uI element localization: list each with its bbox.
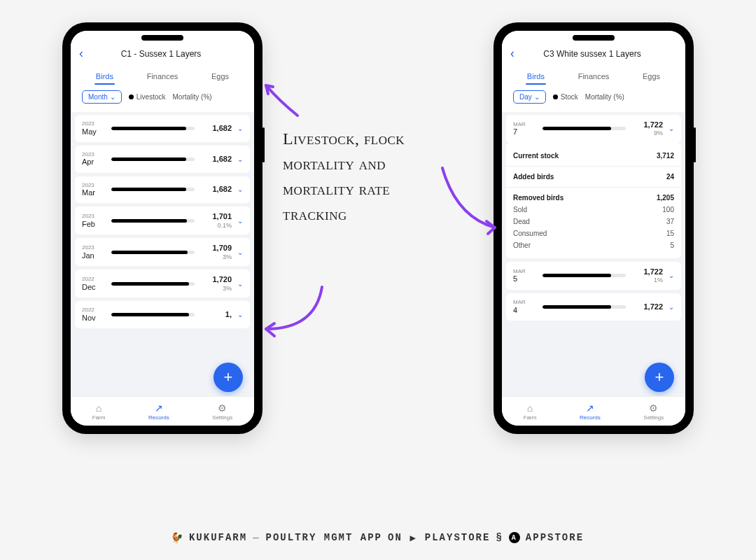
nav-farm[interactable]: ⌂Farm [524, 402, 537, 421]
arrow-icon [435, 161, 505, 241]
playstore-label[interactable]: PLAYSTORE [425, 532, 491, 543]
chevron-down-icon: ⌄ [237, 280, 243, 288]
table-row[interactable]: 2023Jan1,7093%⌄ [75, 238, 250, 266]
detail-sub-row: Consumed15 [513, 227, 674, 239]
chevron-down-icon: ⌄ [237, 311, 243, 318]
table-row[interactable]: 2023Feb1,7010.1%⌄ [75, 206, 250, 234]
screen-right: ‹ C3 White sussex 1 Layers Birds Finance… [502, 31, 685, 426]
bar [542, 127, 626, 130]
period-dropdown[interactable]: Day ⌄ [513, 90, 546, 104]
nav-settings[interactable]: ⚙Settings [643, 402, 664, 421]
home-icon: ⌂ [527, 402, 533, 414]
page-title: C3 White sussex 1 Layers [520, 49, 677, 59]
appstore-icon: A [509, 532, 520, 543]
chevron-down-icon: ⌄ [534, 93, 540, 101]
bottom-nav: ⌂Farm ↗Records ⚙Settings [71, 396, 254, 426]
chevron-down-icon: ⌄ [668, 303, 674, 311]
period-label: Month [88, 93, 108, 101]
legend-mortality: Mortality (%) [172, 93, 211, 101]
chevron-down-icon: ⌄ [237, 186, 243, 193]
chevron-down-icon: ⌄ [237, 248, 243, 256]
tab-finances[interactable]: Finances [577, 69, 611, 85]
tabs: Birds Finances Eggs [510, 66, 677, 85]
tab-finances[interactable]: Finances [146, 69, 180, 85]
nav-settings[interactable]: ⚙Settings [212, 402, 232, 421]
chevron-down-icon: ⌄ [668, 125, 674, 132]
table-row[interactable]: 2023Mar1,682⌄ [75, 176, 250, 204]
chevron-down-icon: ⌄ [110, 93, 115, 101]
rows-list: 2023May1,682⌄2023Apr1,682⌄2023Mar1,682⌄2… [71, 112, 254, 331]
header: ‹ C3 White sussex 1 Layers Birds Finance… [502, 31, 685, 112]
nav-records[interactable]: ↗Records [148, 402, 169, 421]
chevron-down-icon: ⌄ [237, 125, 243, 132]
period-label: Day [519, 93, 532, 101]
footer: 🐓 KUKUFARM — POULTRY MGMT APP ON ▶ PLAYS… [0, 532, 756, 543]
legend-stock: Stock [553, 93, 578, 101]
tab-eggs[interactable]: Eggs [210, 69, 230, 85]
home-icon: ⌂ [96, 402, 102, 414]
table-row[interactable]: 2023Apr1,682⌄ [75, 146, 250, 173]
dot-icon [129, 94, 134, 99]
legend-livestock: Livestock [129, 93, 166, 101]
period-dropdown[interactable]: Month ⌄ [82, 90, 122, 104]
arrow-icon [259, 280, 336, 353]
table-row[interactable]: MAR7 1,7229% ⌄ [506, 115, 681, 143]
tab-birds[interactable]: Birds [526, 69, 546, 85]
chart-icon: ↗ [155, 402, 163, 414]
detail-sub-row: Sold100 [513, 204, 674, 216]
header: ‹ C1 - Sussex 1 Layers Birds Finances Eg… [71, 31, 254, 112]
add-button[interactable]: + [645, 363, 674, 392]
tabs: Birds Finances Eggs [79, 66, 246, 85]
back-icon[interactable]: ‹ [79, 46, 83, 61]
gear-icon: ⚙ [218, 402, 227, 414]
dot-icon [553, 94, 558, 99]
top-row-container: MAR7 1,7229% ⌄ [502, 112, 685, 143]
tab-birds[interactable]: Birds [94, 69, 115, 85]
legend-mortality: Mortality (%) [585, 93, 624, 101]
back-icon[interactable]: ‹ [510, 46, 514, 61]
arrow-icon [259, 77, 308, 129]
appstore-label[interactable]: APPSTORE [526, 532, 584, 543]
tab-eggs[interactable]: Eggs [641, 69, 662, 85]
phone-mockup-right: ‹ C3 White sussex 1 Layers Birds Finance… [493, 22, 694, 434]
annotation-text: Livestock, flock mortality and mortality… [283, 126, 451, 227]
playstore-icon: ▶ [408, 532, 419, 543]
table-row[interactable]: MAR41,722⌄ [506, 293, 681, 321]
detail-panel: Current stock3,712 Added birds24 Removed… [506, 143, 681, 258]
table-row[interactable]: 2022Dec1,7203%⌄ [75, 270, 250, 298]
brand-icon: 🐓 [172, 532, 183, 543]
chevron-down-icon: ⌄ [237, 155, 243, 163]
table-row[interactable]: 2023May1,682⌄ [75, 115, 250, 142]
rows-after: MAR51,7221%⌄MAR41,722⌄ [502, 262, 685, 323]
table-row[interactable]: MAR51,7221%⌄ [506, 262, 681, 290]
brand-name: KUKUFARM [189, 532, 247, 543]
gear-icon: ⚙ [649, 402, 658, 414]
footer-desc: POULTRY MGMT APP [266, 532, 382, 543]
chevron-down-icon: ⌄ [668, 272, 674, 279]
chevron-down-icon: ⌄ [237, 217, 243, 225]
add-button[interactable]: + [214, 363, 243, 392]
detail-sub-row: Dead37 [513, 216, 674, 227]
page-title: C1 - Sussex 1 Layers [89, 49, 246, 59]
bottom-nav: ⌂Farm ↗Records ⚙Settings [502, 396, 685, 426]
nav-records[interactable]: ↗Records [580, 402, 601, 421]
detail-sub-row: Other5 [513, 239, 674, 251]
chart-icon: ↗ [586, 402, 594, 414]
phone-mockup-left: ‹ C1 - Sussex 1 Layers Birds Finances Eg… [62, 22, 262, 434]
nav-farm[interactable]: ⌂Farm [92, 402, 106, 421]
table-row[interactable]: 2022Nov1,⌄ [75, 301, 250, 328]
screen-left: ‹ C1 - Sussex 1 Layers Birds Finances Eg… [71, 31, 254, 426]
